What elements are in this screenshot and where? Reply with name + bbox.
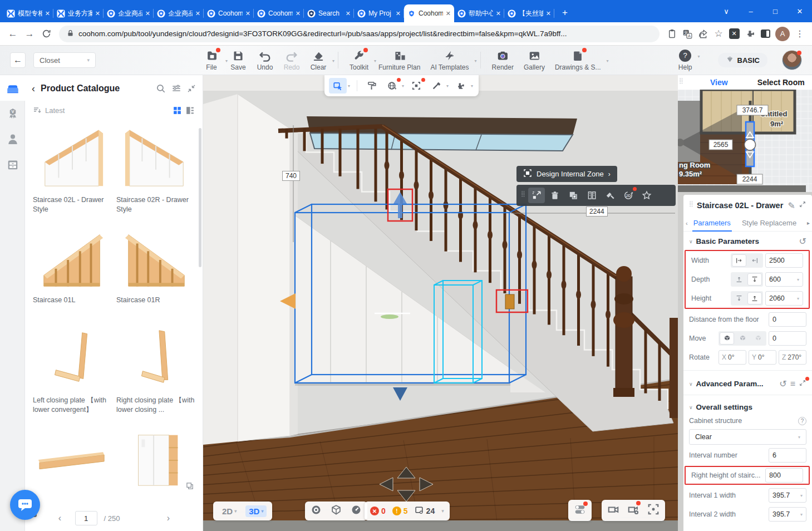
file-button[interactable]: File▾: [199, 50, 224, 71]
focus-target-icon[interactable]: [647, 503, 660, 518]
move-axis-icon[interactable]: [720, 332, 734, 345]
help-button[interactable]: ? Help ▾: [678, 50, 692, 71]
interval2-input[interactable]: 395.7▾: [769, 507, 806, 522]
sort-icon[interactable]: [33, 106, 42, 115]
tab-close-icon[interactable]: ✕: [245, 10, 250, 17]
viewport-3d[interactable]: ▾ ▾ ▾ ▾ 740 2244 Design Internal Zone › …: [203, 75, 678, 531]
door-panel-icon[interactable]: [583, 188, 600, 203]
width-dir-left-icon[interactable]: [732, 254, 746, 267]
reload-icon[interactable]: [38, 26, 55, 42]
chat-bubble-button[interactable]: [10, 490, 40, 520]
depth-input[interactable]: 600▾: [765, 272, 803, 287]
product-thumbnail[interactable]: [116, 422, 195, 494]
clear-button[interactable]: Clear▾: [306, 50, 331, 71]
page-input[interactable]: 1: [75, 511, 97, 525]
collapse-catalog-icon[interactable]: ‹: [32, 83, 35, 95]
scene-3d[interactable]: [203, 75, 678, 531]
toolkit-button[interactable]: Toolkit▾: [345, 50, 373, 71]
minimap-panel[interactable]: View Select Room Untitled9m²3746.72565ng…: [678, 75, 812, 192]
browser-tab-0[interactable]: 模型专柜 ✕: [3, 4, 53, 22]
height-dir-down-icon[interactable]: [732, 292, 746, 304]
browser-tab-2[interactable]: 企业商品 ✕: [104, 4, 154, 22]
width-dir-right-icon[interactable]: [747, 254, 762, 267]
redo-button[interactable]: Redo: [279, 50, 304, 71]
undo-button[interactable]: Undo: [252, 50, 278, 71]
search-icon[interactable]: [156, 83, 166, 94]
material-tool-icon[interactable]: [602, 188, 618, 203]
list-view-icon[interactable]: [185, 106, 195, 115]
interval-number-input[interactable]: 6: [769, 448, 806, 463]
tab-close-icon[interactable]: ✕: [95, 10, 100, 17]
sort-label[interactable]: Latest: [45, 106, 169, 115]
browser-tab-1[interactable]: 业务方案 ✕: [53, 4, 104, 22]
clipboard-icon[interactable]: [664, 26, 680, 42]
save-button[interactable]: Save: [225, 50, 251, 71]
grid-view-icon[interactable]: [173, 106, 182, 115]
drag-handle-icon[interactable]: [520, 189, 525, 201]
rotate-z-input[interactable]: Z270°: [779, 350, 806, 365]
height-input[interactable]: 2060▾: [765, 291, 803, 306]
nav-my-content[interactable]: [0, 126, 25, 152]
next-page-icon[interactable]: ›: [160, 513, 176, 523]
rename-icon[interactable]: ✎: [788, 200, 795, 211]
width-input[interactable]: 2500: [765, 253, 803, 268]
expand-advanced-icon[interactable]: [799, 379, 806, 389]
product-card-2[interactable]: Staircase 01L: [33, 222, 112, 316]
cabinet-structure-select[interactable]: Clear ▾: [689, 429, 806, 445]
catalog-scrollbar[interactable]: [199, 128, 201, 267]
tab-close-icon[interactable]: ✕: [546, 10, 551, 17]
move-input[interactable]: 0: [769, 331, 806, 346]
tab-search-chevron-icon[interactable]: ∨: [714, 0, 739, 22]
product-card-5[interactable]: Right closing plate 【with lower closing …: [116, 322, 195, 416]
help-circle-icon[interactable]: ?: [798, 417, 806, 425]
browser-tab-7[interactable]: My Proj ✕: [354, 4, 404, 22]
rotate-2d-icon[interactable]: 2D: [620, 188, 637, 203]
user-avatar[interactable]: [782, 50, 802, 70]
gallery-button[interactable]: Gallery: [519, 50, 549, 71]
resize-tool-icon[interactable]: [528, 188, 545, 203]
room-selector[interactable]: Closet▾: [33, 52, 96, 68]
drag-handle-icon[interactable]: [688, 199, 693, 212]
product-card-6[interactable]: [33, 422, 112, 516]
mode-2d-button[interactable]: 2D▾: [219, 505, 240, 517]
tab-close-icon[interactable]: ✕: [496, 10, 501, 17]
right-height-input[interactable]: 800: [765, 468, 803, 483]
product-thumbnail[interactable]: [116, 122, 195, 193]
plan-badge[interactable]: BASIC: [718, 53, 767, 67]
cube-icon[interactable]: [331, 504, 342, 518]
extensions-puzzle-icon[interactable]: [742, 26, 757, 42]
product-card-1[interactable]: Staircase 02R - Drawer Style: [116, 122, 195, 215]
tab-close-icon[interactable]: ✕: [145, 10, 150, 17]
tab-style-replacement[interactable]: Style Replaceme: [736, 215, 802, 232]
address-bar[interactable]: coohom.com/pub/tool/yundesign/cloud?desi…: [59, 26, 660, 42]
back-icon[interactable]: ←: [4, 26, 21, 42]
tab-close-icon[interactable]: ✕: [195, 10, 200, 17]
close-button[interactable]: ✕: [788, 0, 812, 22]
filter-icon[interactable]: [171, 83, 181, 94]
tabs-scroll-right-icon[interactable]: ▸: [807, 220, 810, 226]
browser-tab-3[interactable]: 企业商品 ✕: [154, 4, 204, 22]
reset-icon[interactable]: ↺: [799, 236, 806, 247]
chevron-down-icon[interactable]: ∨: [689, 405, 693, 410]
move-plane-icon[interactable]: [735, 332, 750, 345]
ai-templates-button[interactable]: AI Templates▾: [426, 50, 473, 71]
tab-select-room[interactable]: Select Room: [750, 78, 812, 87]
browser-tab-6[interactable]: Search ✕: [304, 4, 354, 22]
tab-parameters[interactable]: Parameters: [688, 215, 736, 232]
camera-view-icon[interactable]: [607, 503, 619, 518]
product-thumbnail[interactable]: [116, 322, 195, 394]
duplicate-icon[interactable]: [565, 188, 582, 203]
environment-tool-button[interactable]: [383, 78, 401, 94]
alerts-pill[interactable]: ✕0 !5 24 ▾: [365, 502, 450, 520]
product-thumbnail[interactable]: [33, 422, 112, 494]
maximize-button[interactable]: □: [763, 0, 788, 22]
interval1-input[interactable]: 395.7▾: [769, 488, 806, 503]
list-icon[interactable]: ≡: [790, 379, 795, 389]
product-card-0[interactable]: Staircase 02L - Drawer Style: [33, 122, 112, 215]
back-to-project-button[interactable]: ←: [10, 52, 26, 68]
floor-distance-input[interactable]: 0: [769, 312, 806, 327]
browser-menu-icon[interactable]: ⋮: [792, 26, 808, 42]
product-thumbnail[interactable]: [33, 222, 112, 293]
furniture-plan-button[interactable]: Furniture Plan: [374, 50, 425, 71]
share-icon[interactable]: [695, 26, 711, 42]
